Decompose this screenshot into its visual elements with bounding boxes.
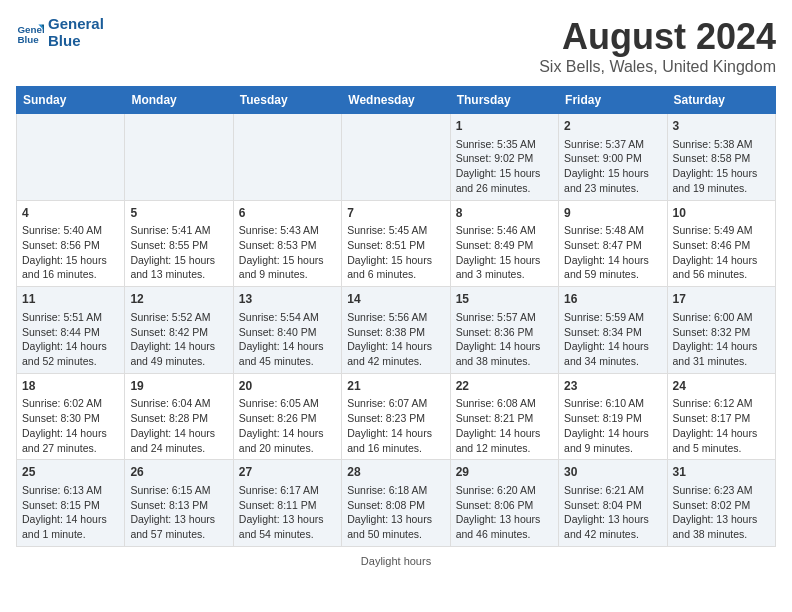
calendar-week-row: 11Sunrise: 5:51 AM Sunset: 8:44 PM Dayli… (17, 287, 776, 374)
calendar-cell: 25Sunrise: 6:13 AM Sunset: 8:15 PM Dayli… (17, 460, 125, 547)
day-info: Sunrise: 6:17 AM Sunset: 8:11 PM Dayligh… (239, 483, 336, 542)
weekday-header: Friday (559, 87, 667, 114)
logo-text: General Blue (48, 16, 104, 49)
calendar-cell: 2Sunrise: 5:37 AM Sunset: 9:00 PM Daylig… (559, 114, 667, 201)
day-number: 12 (130, 291, 227, 308)
day-info: Sunrise: 5:35 AM Sunset: 9:02 PM Dayligh… (456, 137, 553, 196)
day-info: Sunrise: 6:12 AM Sunset: 8:17 PM Dayligh… (673, 396, 770, 455)
footer-note: Daylight hours (16, 555, 776, 567)
calendar-cell: 3Sunrise: 5:38 AM Sunset: 8:58 PM Daylig… (667, 114, 775, 201)
day-info: Sunrise: 5:54 AM Sunset: 8:40 PM Dayligh… (239, 310, 336, 369)
calendar-cell: 19Sunrise: 6:04 AM Sunset: 8:28 PM Dayli… (125, 373, 233, 460)
weekday-header: Thursday (450, 87, 558, 114)
day-info: Sunrise: 6:08 AM Sunset: 8:21 PM Dayligh… (456, 396, 553, 455)
day-number: 11 (22, 291, 119, 308)
day-info: Sunrise: 5:43 AM Sunset: 8:53 PM Dayligh… (239, 223, 336, 282)
weekday-header: Monday (125, 87, 233, 114)
day-info: Sunrise: 5:56 AM Sunset: 8:38 PM Dayligh… (347, 310, 444, 369)
day-info: Sunrise: 5:52 AM Sunset: 8:42 PM Dayligh… (130, 310, 227, 369)
day-number: 23 (564, 378, 661, 395)
calendar-cell: 13Sunrise: 5:54 AM Sunset: 8:40 PM Dayli… (233, 287, 341, 374)
day-info: Sunrise: 6:18 AM Sunset: 8:08 PM Dayligh… (347, 483, 444, 542)
day-info: Sunrise: 5:37 AM Sunset: 9:00 PM Dayligh… (564, 137, 661, 196)
calendar-week-row: 1Sunrise: 5:35 AM Sunset: 9:02 PM Daylig… (17, 114, 776, 201)
day-number: 26 (130, 464, 227, 481)
logo-icon: General Blue (16, 19, 44, 47)
day-info: Sunrise: 5:41 AM Sunset: 8:55 PM Dayligh… (130, 223, 227, 282)
day-info: Sunrise: 6:04 AM Sunset: 8:28 PM Dayligh… (130, 396, 227, 455)
day-number: 18 (22, 378, 119, 395)
day-info: Sunrise: 6:07 AM Sunset: 8:23 PM Dayligh… (347, 396, 444, 455)
day-number: 2 (564, 118, 661, 135)
day-number: 30 (564, 464, 661, 481)
day-number: 1 (456, 118, 553, 135)
calendar-cell: 30Sunrise: 6:21 AM Sunset: 8:04 PM Dayli… (559, 460, 667, 547)
page-header: General Blue General Blue August 2024 Si… (16, 16, 776, 76)
calendar-week-row: 25Sunrise: 6:13 AM Sunset: 8:15 PM Dayli… (17, 460, 776, 547)
title-block: August 2024 Six Bells, Wales, United Kin… (539, 16, 776, 76)
calendar-cell (17, 114, 125, 201)
calendar-cell: 21Sunrise: 6:07 AM Sunset: 8:23 PM Dayli… (342, 373, 450, 460)
calendar-week-row: 18Sunrise: 6:02 AM Sunset: 8:30 PM Dayli… (17, 373, 776, 460)
day-number: 28 (347, 464, 444, 481)
day-number: 15 (456, 291, 553, 308)
day-info: Sunrise: 6:10 AM Sunset: 8:19 PM Dayligh… (564, 396, 661, 455)
sub-title: Six Bells, Wales, United Kingdom (539, 58, 776, 76)
logo: General Blue General Blue (16, 16, 104, 49)
day-number: 6 (239, 205, 336, 222)
calendar-cell: 6Sunrise: 5:43 AM Sunset: 8:53 PM Daylig… (233, 200, 341, 287)
calendar-cell: 24Sunrise: 6:12 AM Sunset: 8:17 PM Dayli… (667, 373, 775, 460)
day-number: 3 (673, 118, 770, 135)
calendar-cell: 7Sunrise: 5:45 AM Sunset: 8:51 PM Daylig… (342, 200, 450, 287)
calendar-cell: 14Sunrise: 5:56 AM Sunset: 8:38 PM Dayli… (342, 287, 450, 374)
day-number: 25 (22, 464, 119, 481)
day-info: Sunrise: 6:13 AM Sunset: 8:15 PM Dayligh… (22, 483, 119, 542)
day-info: Sunrise: 6:23 AM Sunset: 8:02 PM Dayligh… (673, 483, 770, 542)
calendar-cell: 28Sunrise: 6:18 AM Sunset: 8:08 PM Dayli… (342, 460, 450, 547)
calendar-cell: 12Sunrise: 5:52 AM Sunset: 8:42 PM Dayli… (125, 287, 233, 374)
calendar-header-row: SundayMondayTuesdayWednesdayThursdayFrid… (17, 87, 776, 114)
day-number: 20 (239, 378, 336, 395)
day-number: 31 (673, 464, 770, 481)
calendar-cell: 15Sunrise: 5:57 AM Sunset: 8:36 PM Dayli… (450, 287, 558, 374)
calendar-cell: 20Sunrise: 6:05 AM Sunset: 8:26 PM Dayli… (233, 373, 341, 460)
calendar-cell: 17Sunrise: 6:00 AM Sunset: 8:32 PM Dayli… (667, 287, 775, 374)
day-number: 14 (347, 291, 444, 308)
day-info: Sunrise: 6:20 AM Sunset: 8:06 PM Dayligh… (456, 483, 553, 542)
day-info: Sunrise: 5:49 AM Sunset: 8:46 PM Dayligh… (673, 223, 770, 282)
day-number: 27 (239, 464, 336, 481)
day-number: 19 (130, 378, 227, 395)
day-number: 8 (456, 205, 553, 222)
weekday-header: Tuesday (233, 87, 341, 114)
calendar-cell: 26Sunrise: 6:15 AM Sunset: 8:13 PM Dayli… (125, 460, 233, 547)
day-info: Sunrise: 5:48 AM Sunset: 8:47 PM Dayligh… (564, 223, 661, 282)
day-number: 16 (564, 291, 661, 308)
day-number: 7 (347, 205, 444, 222)
calendar-cell: 8Sunrise: 5:46 AM Sunset: 8:49 PM Daylig… (450, 200, 558, 287)
day-info: Sunrise: 6:02 AM Sunset: 8:30 PM Dayligh… (22, 396, 119, 455)
calendar-cell: 31Sunrise: 6:23 AM Sunset: 8:02 PM Dayli… (667, 460, 775, 547)
calendar-cell: 16Sunrise: 5:59 AM Sunset: 8:34 PM Dayli… (559, 287, 667, 374)
svg-text:Blue: Blue (17, 33, 39, 44)
calendar-week-row: 4Sunrise: 5:40 AM Sunset: 8:56 PM Daylig… (17, 200, 776, 287)
day-info: Sunrise: 6:15 AM Sunset: 8:13 PM Dayligh… (130, 483, 227, 542)
day-number: 17 (673, 291, 770, 308)
weekday-header: Saturday (667, 87, 775, 114)
day-number: 22 (456, 378, 553, 395)
calendar-cell: 29Sunrise: 6:20 AM Sunset: 8:06 PM Dayli… (450, 460, 558, 547)
day-number: 13 (239, 291, 336, 308)
calendar-cell: 4Sunrise: 5:40 AM Sunset: 8:56 PM Daylig… (17, 200, 125, 287)
day-info: Sunrise: 5:38 AM Sunset: 8:58 PM Dayligh… (673, 137, 770, 196)
weekday-header: Sunday (17, 87, 125, 114)
day-info: Sunrise: 5:45 AM Sunset: 8:51 PM Dayligh… (347, 223, 444, 282)
calendar-cell: 11Sunrise: 5:51 AM Sunset: 8:44 PM Dayli… (17, 287, 125, 374)
day-number: 4 (22, 205, 119, 222)
day-number: 21 (347, 378, 444, 395)
weekday-header: Wednesday (342, 87, 450, 114)
calendar-cell (233, 114, 341, 201)
day-info: Sunrise: 6:00 AM Sunset: 8:32 PM Dayligh… (673, 310, 770, 369)
calendar-cell (125, 114, 233, 201)
day-info: Sunrise: 6:21 AM Sunset: 8:04 PM Dayligh… (564, 483, 661, 542)
main-title: August 2024 (539, 16, 776, 58)
calendar-cell: 27Sunrise: 6:17 AM Sunset: 8:11 PM Dayli… (233, 460, 341, 547)
